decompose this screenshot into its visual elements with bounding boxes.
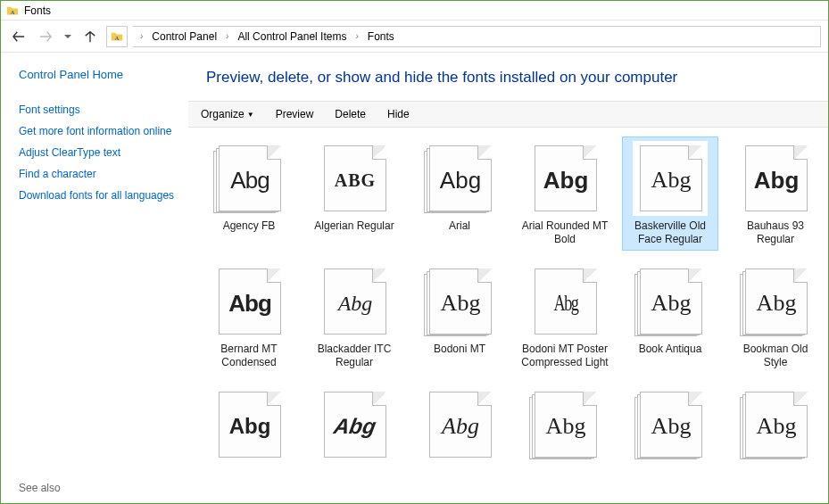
sidebar: Control Panel Home Font settings Get mor… [1, 53, 188, 503]
font-item[interactable]: AbgBookman Old Style [727, 260, 824, 374]
font-sample-text: Abg [430, 392, 491, 457]
font-label: Algerian Regular [311, 219, 398, 246]
font-sample-text: Abg [535, 392, 596, 457]
preview-button[interactable]: Preview [272, 106, 318, 122]
font-thumbnail: Abg [738, 387, 813, 462]
font-item[interactable]: AbgBernard MT Condensed [201, 260, 297, 374]
font-item[interactable]: Abg [306, 383, 402, 497]
page-title: Preview, delete, or show and hide the fo… [188, 58, 828, 101]
toolbar: Organize ▼ Preview Delete Hide [188, 101, 828, 128]
font-thumbnail: Abg [211, 141, 286, 216]
sidebar-link-find-character[interactable]: Find a character [19, 167, 176, 181]
hide-button[interactable]: Hide [384, 106, 413, 122]
control-panel-home-link[interactable]: Control Panel Home [19, 67, 176, 83]
font-item[interactable]: Abg [201, 383, 297, 497]
body: Control Panel Home Font settings Get mor… [1, 53, 828, 503]
font-grid-scroll[interactable]: AbgAgency FBABGAlgerian RegularAbgArialA… [188, 128, 828, 503]
caret-down-icon: ▼ [247, 111, 254, 119]
font-item[interactable]: AbgAgency FB [201, 136, 297, 251]
font-thumbnail: Abg [317, 387, 392, 462]
font-sample-text: ABG [325, 146, 385, 211]
font-label [626, 466, 714, 492]
back-button[interactable] [8, 26, 29, 47]
breadcrumb-item[interactable]: Fonts [364, 29, 398, 45]
chevron-right-icon: › [224, 31, 230, 41]
font-item[interactable]: Abg [727, 383, 824, 497]
font-sample-text: Abg [641, 392, 701, 457]
up-button[interactable] [79, 26, 101, 47]
font-sample-text: Abg [746, 269, 807, 334]
font-thumbnail: Abg [422, 141, 497, 216]
font-sample-text: Abg [325, 269, 385, 334]
font-sample-text: Abg [746, 392, 807, 457]
font-thumbnail: Abg [211, 387, 286, 462]
chevron-right-icon: › [353, 31, 360, 41]
address-bar-icon[interactable]: A [106, 26, 128, 47]
main-area: Preview, delete, or show and hide the fo… [188, 53, 828, 503]
font-thumbnail: Abg [211, 264, 286, 339]
font-thumbnail: Abg [422, 387, 497, 462]
chevron-right-icon: › [138, 31, 145, 41]
font-thumbnail: Abg [527, 264, 602, 339]
svg-text:A: A [114, 34, 119, 41]
titlebar: A Fonts [1, 1, 828, 21]
font-label [732, 466, 819, 492]
font-thumbnail: Abg [738, 141, 813, 216]
font-item[interactable]: AbgBlackadder ITC Regular [306, 260, 402, 374]
font-grid: AbgAgency FBABGAlgerian RegularAbgArialA… [201, 136, 819, 497]
breadcrumb-item[interactable]: Control Panel [148, 29, 220, 45]
navbar: A › Control Panel › All Control Panel It… [1, 21, 828, 53]
font-label [521, 466, 609, 492]
font-sample-text: Abg [319, 392, 392, 457]
font-item[interactable]: AbgBook Antiqua [622, 260, 718, 374]
font-item[interactable]: ABGAlgerian Regular [306, 136, 402, 251]
font-sample-text: Abg [544, 269, 587, 334]
breadcrumb[interactable]: › Control Panel › All Control Panel Item… [133, 26, 821, 47]
font-label: Bernard MT Condensed [205, 343, 293, 369]
font-label: Arial Rounded MT Bold [521, 219, 609, 246]
fonts-control-panel-window: A Fonts A › Control Panel › All Control … [0, 0, 829, 504]
breadcrumb-item[interactable]: All Control Panel Items [234, 29, 350, 45]
fonts-folder-icon: A [6, 4, 19, 17]
font-label: Agency FB [205, 219, 293, 246]
font-sample-text: Abg [220, 146, 280, 211]
organize-label: Organize [201, 108, 245, 120]
sidebar-link-more-font-info[interactable]: Get more font information online [19, 124, 176, 138]
sidebar-link-download-fonts[interactable]: Download fonts for all languages [19, 188, 176, 202]
font-sample-text: Abg [220, 269, 280, 334]
font-item[interactable]: Abg [517, 383, 613, 497]
organize-menu[interactable]: Organize ▼ [197, 106, 258, 122]
font-item[interactable]: Abg [622, 383, 718, 497]
font-thumbnail: Abg [422, 264, 497, 339]
font-item[interactable]: AbgArial [411, 136, 508, 251]
font-item[interactable]: Abg [411, 383, 508, 497]
font-sample-text: Abg [746, 146, 807, 211]
font-sample-text: Abg [430, 269, 491, 334]
font-thumbnail: Abg [527, 141, 602, 216]
font-label: Bodoni MT Poster Compressed Light [521, 343, 609, 369]
font-label: Bookman Old Style [732, 343, 819, 369]
font-label: Arial [416, 219, 503, 246]
font-thumbnail: Abg [633, 264, 708, 339]
font-item[interactable]: AbgBaskerville Old Face Regular [622, 136, 718, 251]
delete-button[interactable]: Delete [331, 106, 369, 122]
forward-button[interactable] [35, 26, 56, 47]
font-sample-text: Abg [641, 146, 701, 211]
sidebar-link-cleartype[interactable]: Adjust ClearType text [19, 145, 176, 160]
font-item[interactable]: AbgBauhaus 93 Regular [727, 136, 824, 251]
font-thumbnail: Abg [738, 264, 813, 339]
see-also-heading: See also [19, 464, 176, 494]
font-label [416, 466, 503, 492]
font-label [311, 466, 398, 492]
window-title: Fonts [24, 4, 51, 17]
recent-locations-dropdown[interactable] [62, 26, 74, 47]
font-sample-text: Abg [430, 146, 491, 211]
font-item[interactable]: AbgBodoni MT [411, 260, 508, 374]
font-thumbnail: ABG [317, 141, 392, 216]
svg-text:A: A [10, 8, 14, 15]
font-item[interactable]: AbgBodoni MT Poster Compressed Light [517, 260, 613, 374]
font-sample-text: Abg [220, 392, 280, 457]
font-item[interactable]: AbgArial Rounded MT Bold [517, 136, 613, 251]
font-sample-text: Abg [641, 269, 701, 334]
sidebar-link-font-settings[interactable]: Font settings [19, 103, 176, 117]
